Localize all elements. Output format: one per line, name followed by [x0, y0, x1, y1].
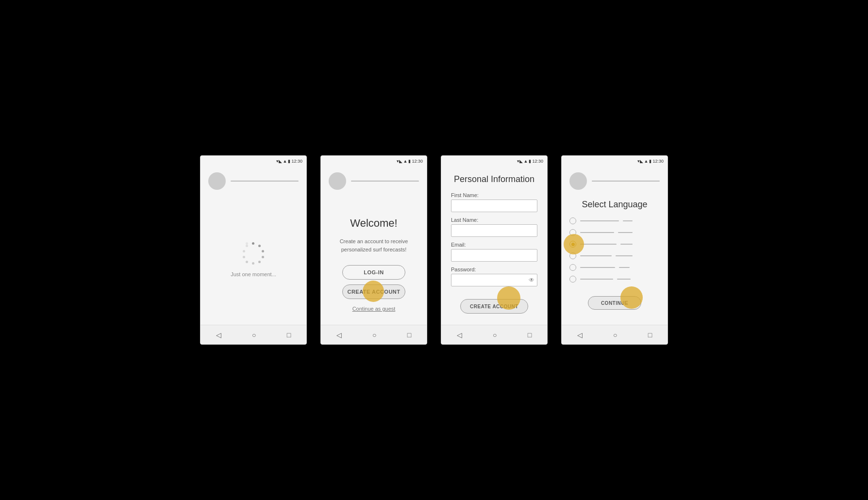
battery-icon-4: ▮ [649, 159, 651, 164]
back-nav-1[interactable]: ◁ [216, 331, 221, 339]
screen2-header [321, 167, 427, 194]
home-nav-3[interactable]: ○ [493, 331, 497, 339]
nav-bar-3: ◁ ○ □ [441, 325, 547, 344]
last-name-label: Last Name: [451, 217, 537, 223]
lang-label-3 [580, 244, 617, 245]
lang-label-5 [580, 267, 615, 268]
status-icons-1: ▾◣ ▲ ▮ 12:30 [276, 159, 302, 164]
radio-5[interactable] [569, 264, 576, 271]
radio-1[interactable] [569, 217, 576, 224]
battery-icon-1: ▮ [288, 159, 290, 164]
email-group: Email: [451, 242, 537, 262]
home-nav-2[interactable]: ○ [372, 331, 376, 339]
header-line-1 [231, 181, 299, 182]
back-nav-4[interactable]: ◁ [577, 331, 583, 339]
email-label: Email: [451, 242, 537, 248]
radio-2[interactable] [569, 229, 576, 236]
recents-nav-3[interactable]: □ [528, 331, 532, 339]
lang-option-6[interactable] [569, 276, 660, 283]
create-account-button-3[interactable]: CREATE ACCOUNT [460, 299, 528, 314]
recents-nav-2[interactable]: □ [407, 331, 411, 339]
spinner [241, 241, 266, 266]
signal-icon-4: ▾◣ [637, 159, 643, 164]
wifi-icon-3: ▲ [524, 159, 528, 164]
battery-icon-3: ▮ [529, 159, 531, 164]
lang-option-3[interactable] [569, 241, 660, 248]
battery-icon-2: ▮ [408, 159, 411, 164]
status-icons-2: ▾◣ ▲ ▮ 12:30 [397, 159, 423, 164]
back-nav-2[interactable]: ◁ [336, 331, 342, 339]
status-icons-4: ▾◣ ▲ ▮ 12:30 [637, 159, 664, 164]
signal-icon-2: ▾◣ [397, 159, 402, 164]
screen1-header [200, 167, 306, 194]
personal-info-area: Personal Information First Name: Last Na… [441, 167, 547, 325]
screen4-content: Select Language [562, 167, 668, 325]
guest-link[interactable]: Continue as guest [352, 306, 396, 312]
lang-label-2 [580, 232, 614, 233]
radio-inner-3 [571, 243, 575, 246]
login-button[interactable]: LOG-IN [342, 265, 405, 280]
first-name-input[interactable] [451, 200, 537, 212]
welcome-area: Welcome! Create an account to receive pe… [321, 194, 427, 325]
lang-label-4 [580, 255, 612, 256]
screen2-frame: ▾◣ ▲ ▮ 12:30 Welcome! Create an account … [320, 155, 427, 345]
recents-nav-1[interactable]: □ [287, 331, 291, 339]
last-name-group: Last Name: [451, 217, 537, 237]
create-account-button-2[interactable]: CREATE ACCOUNT [342, 284, 405, 299]
eye-icon[interactable]: 👁 [529, 277, 534, 283]
password-input[interactable] [451, 274, 537, 286]
header-line-4 [592, 181, 660, 182]
screen3-frame: ▾◣ ▲ ▮ 12:30 Personal Information First … [441, 155, 548, 345]
welcome-title: Welcome! [350, 217, 397, 230]
recents-nav-4[interactable]: □ [648, 331, 652, 339]
radio-6[interactable] [569, 276, 576, 283]
avatar-1 [208, 172, 226, 190]
status-icons-3: ▾◣ ▲ ▮ 12:30 [517, 159, 543, 164]
radio-4[interactable] [569, 252, 576, 259]
first-name-label: First Name: [451, 192, 537, 198]
loading-text: Just one moment... [231, 271, 276, 277]
wifi-icon-2: ▲ [403, 159, 408, 164]
avatar-2 [329, 172, 346, 190]
screen4-frame: ▾◣ ▲ ▮ 12:30 Select Language [561, 155, 668, 345]
time-4: 12:30 [652, 159, 664, 164]
last-name-input[interactable] [451, 224, 537, 237]
radio-3[interactable] [569, 241, 576, 248]
time-1: 12:30 [291, 159, 302, 164]
signal-icon-1: ▾◣ [276, 159, 282, 164]
nav-bar-1: ◁ ○ □ [200, 325, 306, 344]
first-name-group: First Name: [451, 192, 537, 212]
screen1-content: Just one moment... [200, 167, 306, 325]
lang-option-5[interactable] [569, 264, 660, 271]
time-2: 12:30 [412, 159, 423, 164]
lang-option-1[interactable] [569, 217, 660, 224]
status-bar-4: ▾◣ ▲ ▮ 12:30 [562, 156, 668, 167]
lang-option-2[interactable] [569, 229, 660, 236]
header-line-2 [351, 181, 419, 182]
lang-label-6 [580, 279, 613, 280]
nav-bar-4: ◁ ○ □ [562, 325, 668, 344]
avatar-4 [569, 172, 587, 190]
status-bar-3: ▾◣ ▲ ▮ 12:30 [441, 156, 547, 167]
lang-label-1 [580, 220, 619, 221]
wifi-icon-4: ▲ [644, 159, 649, 164]
screen3-content: Personal Information First Name: Last Na… [441, 167, 547, 325]
back-nav-3[interactable]: ◁ [457, 331, 462, 339]
screen4-header [562, 167, 668, 194]
email-input[interactable] [451, 249, 537, 262]
continue-button[interactable]: CONTINUE [588, 296, 641, 310]
screen2-content: Welcome! Create an account to receive pe… [321, 167, 427, 325]
signal-icon-3: ▾◣ [517, 159, 523, 164]
lang-option-4[interactable] [569, 252, 660, 259]
password-label: Password: [451, 267, 537, 272]
wifi-icon-1: ▲ [283, 159, 287, 164]
screen1-frame: ▾◣ ▲ ▮ 12:30 J [200, 155, 307, 345]
home-nav-4[interactable]: ○ [613, 331, 617, 339]
loading-area: Just one moment... [200, 194, 306, 325]
password-group: Password: 👁 [451, 267, 537, 286]
home-nav-1[interactable]: ○ [252, 331, 256, 339]
status-bar-1: ▾◣ ▲ ▮ 12:30 [200, 156, 306, 167]
time-3: 12:30 [532, 159, 543, 164]
status-bar-2: ▾◣ ▲ ▮ 12:30 [321, 156, 427, 167]
nav-bar-2: ◁ ○ □ [321, 325, 427, 344]
